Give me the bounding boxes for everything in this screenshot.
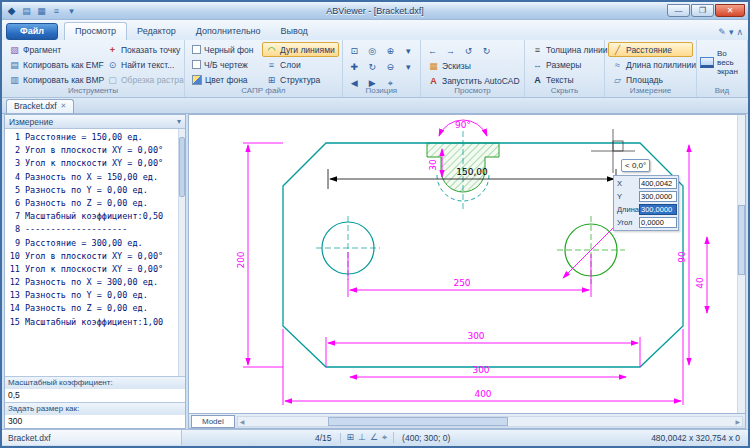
close-button[interactable]: ✕	[715, 4, 745, 17]
pan-dropdown-icon[interactable]: ▾	[400, 59, 417, 74]
list-item[interactable]: 1Расстояние = 150,00 ед.	[5, 131, 185, 144]
find-text-button[interactable]: ⊙ Найти текст...	[103, 57, 188, 72]
fullscreen-icon	[700, 57, 714, 68]
measurement-list[interactable]: 1Расстояние = 150,00 ед. 2Угол в плоскос…	[5, 129, 185, 376]
coord-angle-input[interactable]: 0,0000	[639, 217, 677, 228]
list-item[interactable]: 10Угол в плоскости XY = 0,00°	[5, 250, 185, 263]
bw-drawing-button[interactable]: Ч/Б чертеж	[188, 57, 260, 72]
fullscreen-label: Во весь экран	[717, 49, 744, 76]
list-item[interactable]: 2Угол в плоскости XY = 0,00°	[5, 144, 185, 157]
open-icon[interactable]: ▦	[35, 5, 48, 17]
dim-label-200: 200	[236, 251, 246, 268]
drawing-canvas[interactable]: 90° 30 200 Ø50 250 300 300 400 90 40 150…	[188, 114, 746, 414]
coord-length-input[interactable]: 300,0000	[639, 204, 677, 215]
arcs-as-lines-button[interactable]: ◠ Дуги линиями	[262, 42, 339, 57]
grid-toggle-icon[interactable]: ⊞	[347, 432, 355, 443]
back-icon[interactable]: ←	[424, 43, 441, 58]
print-icon[interactable]: ≡	[50, 5, 63, 17]
panel-pin-icon[interactable]: ▾	[177, 117, 181, 126]
coord-x-input[interactable]: 400,0042	[639, 178, 677, 189]
collapse-ribbon-icon[interactable]: ∧	[736, 27, 743, 37]
list-item[interactable]: 12Разность по X = 300,00 ед.	[5, 276, 185, 289]
panel-scrollbar[interactable]	[178, 129, 185, 376]
canvas-vscrollbar[interactable]	[737, 115, 745, 413]
dimensions-label: Размеры	[546, 60, 581, 70]
zoom-extents-icon[interactable]: ◎	[364, 43, 381, 58]
style-pencil-icon[interactable]: ✎	[718, 27, 726, 37]
structure-button[interactable]: ⊞ Структура	[262, 72, 339, 87]
angle-tooltip: < 0,0°	[621, 159, 650, 172]
copy-emf-button[interactable]: ▤ Копировать как EMF	[5, 57, 101, 72]
find-text-icon: ⊙	[107, 60, 118, 70]
dimensions-button[interactable]: ↔ Размеры	[528, 57, 601, 72]
black-bg-checkbox[interactable]	[192, 45, 201, 54]
zoom-in-icon[interactable]: ⊕	[382, 43, 399, 58]
maximize-button[interactable]: ❐	[691, 4, 714, 17]
undo-view-icon[interactable]: ↺	[460, 43, 477, 58]
statusbar-file-tab[interactable]: Bracket.dxf	[2, 430, 182, 445]
fullscreen-button[interactable]: Во весь экран	[700, 42, 744, 82]
scale-factor-input[interactable]: 0,5	[5, 388, 185, 402]
ortho-toggle-icon[interactable]: ⊥	[358, 432, 366, 443]
coord-length-label: Длина	[615, 205, 639, 214]
black-bg-label: Черный фон	[204, 45, 253, 55]
group-label-hide: Скрыть	[525, 86, 604, 97]
coord-y-input[interactable]: 300,0000	[639, 191, 677, 202]
rotate-icon[interactable]: ↻	[364, 59, 381, 74]
bg-color-button[interactable]: Цвет фона	[188, 72, 260, 87]
pan-icon[interactable]: ✚	[346, 59, 363, 74]
zoom-dropdown-icon[interactable]: ▾	[400, 43, 417, 58]
layers-button[interactable]: ≡ Слои	[262, 57, 339, 72]
zoom-out-icon[interactable]: ⊖	[382, 59, 399, 74]
area-button[interactable]: ▱ Площадь	[608, 72, 693, 87]
minimize-button[interactable]: —	[667, 4, 690, 17]
list-item[interactable]: 7Масштабный коэффициент:0,50	[5, 210, 185, 223]
scroll-left-icon[interactable]: ◀	[240, 418, 245, 425]
set-size-label: Задать размер как:	[5, 402, 185, 414]
tab-advanced[interactable]: Дополнительно	[186, 23, 271, 40]
list-item[interactable]: 6Разность по Z = 0,00 ед.	[5, 197, 185, 210]
list-item[interactable]: 9Расстояние = 300,00 ед.	[5, 237, 185, 250]
tab-output[interactable]: Вывод	[271, 23, 318, 40]
document-tab[interactable]: Bracket.dxf ✕	[6, 99, 74, 113]
list-item[interactable]: 13Разность по Y = 0,00 ед.	[5, 289, 185, 302]
target-toggle-icon[interactable]: ⌖	[382, 432, 387, 443]
list-item[interactable]: 8--------------------	[5, 223, 185, 236]
model-layout-tab[interactable]: Model	[191, 415, 235, 428]
forward-icon[interactable]: →	[442, 43, 459, 58]
list-item[interactable]: 15Масштабный коэффициент:1,00	[5, 316, 185, 329]
zoom-window-icon[interactable]: ⊡	[346, 43, 363, 58]
fragment-button[interactable]: ▧ Фрагмент	[5, 42, 101, 57]
set-size-input[interactable]: 300	[5, 414, 185, 428]
list-item[interactable]: 11Угол к плоскости XY = 0,00°	[5, 263, 185, 276]
group-view: ← → ↺ ↻ ▦ Эскизы A Запустить AutoCAD Про…	[421, 40, 525, 97]
line-width-button[interactable]: ≡ Толщина линии	[528, 42, 601, 57]
list-item[interactable]: 5Разность по Y = 0,00 ед.	[5, 184, 185, 197]
list-item[interactable]: 3Угол к плоскости XY = 0,00°	[5, 157, 185, 170]
black-bg-button[interactable]: Черный фон	[188, 42, 260, 57]
list-item[interactable]: 4Разность по X = 150,00 ед.	[5, 171, 185, 184]
dim-label-400: 400	[474, 389, 491, 399]
show-point-button[interactable]: + Показать точку	[103, 42, 188, 57]
file-menu-button[interactable]: Файл	[6, 23, 58, 40]
dim-label-250: 250	[453, 278, 470, 288]
polyline-length-button[interactable]: ≈ Длина полилинии	[608, 57, 693, 72]
qa-dropdown-icon[interactable]: ▾	[65, 5, 78, 17]
bw-drawing-checkbox[interactable]	[192, 60, 201, 69]
measurement-panel-header: Измерение ▾	[5, 115, 185, 129]
tab-editor[interactable]: Редактор	[127, 23, 186, 40]
thumbnails-button[interactable]: ▦ Эскизы	[424, 58, 521, 73]
canvas-hscrollbar[interactable]: ◀ ▶	[237, 416, 743, 427]
style-dropdown-icon[interactable]: ▾	[729, 27, 734, 37]
save-icon[interactable]: ▤	[20, 5, 33, 17]
redo-view-icon[interactable]: ↻	[478, 43, 495, 58]
scroll-right-icon[interactable]: ▶	[735, 418, 740, 425]
texts-button[interactable]: A Тексты	[528, 72, 601, 87]
distance-button[interactable]: ╱ Расстояние	[608, 42, 693, 57]
copy-bmp-button[interactable]: ▥ Копировать как BMP	[5, 72, 101, 87]
app-icon[interactable]: ◆	[5, 5, 18, 17]
osnap-toggle-icon[interactable]: ∠	[370, 432, 378, 443]
list-item[interactable]: 14Разность по Z = 0,00 ед.	[5, 302, 185, 315]
document-tab-close-icon[interactable]: ✕	[61, 102, 67, 110]
tab-view[interactable]: Просмотр	[64, 22, 127, 40]
